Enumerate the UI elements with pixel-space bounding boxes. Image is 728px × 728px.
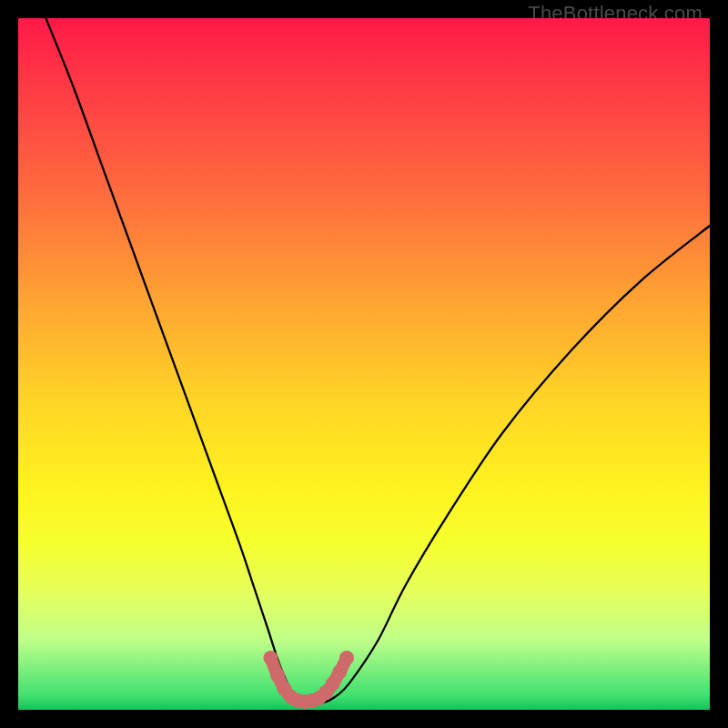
chart-frame: TheBottleneck.com bbox=[0, 0, 728, 728]
curves-svg bbox=[18, 18, 710, 710]
plot-area bbox=[18, 18, 710, 710]
valley-dot bbox=[263, 651, 278, 665]
valley-dot bbox=[270, 668, 285, 682]
valley-dot bbox=[332, 664, 347, 679]
valley-dot bbox=[339, 651, 354, 665]
bottleneck-curve-path bbox=[46, 18, 710, 703]
